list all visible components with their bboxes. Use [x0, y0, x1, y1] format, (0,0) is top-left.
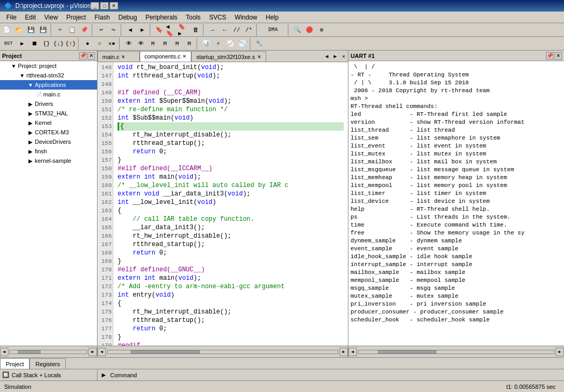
step-out-button[interactable]: {↑} — [65, 38, 76, 50]
tree-item-applications[interactable]: ▼ Applications — [0, 80, 97, 90]
sep9 — [119, 38, 121, 50]
menu-item-debug[interactable]: Debug — [114, 13, 141, 22]
save-button[interactable]: 💾 — [25, 24, 37, 36]
menu-item-file[interactable]: File — [2, 13, 21, 22]
tree-item-stm32hal[interactable]: ▶ STM32_HAL — [0, 109, 97, 118]
close-button[interactable]: ✕ — [110, 2, 118, 9]
menu-item-help[interactable]: Help — [261, 13, 283, 22]
menu-item-project[interactable]: Project — [62, 13, 90, 22]
open-button[interactable]: 📂 — [13, 24, 25, 36]
tree-item-rtthread[interactable]: ▼ rtthread-stm32 — [0, 71, 97, 80]
run-button[interactable]: ▶ — [16, 38, 28, 50]
nav-back-button[interactable]: ◀ — [124, 24, 136, 36]
minimize-button[interactable]: _ — [91, 2, 99, 9]
tab-scroll-right[interactable]: ▶ — [331, 51, 339, 62]
code-editor[interactable]: void rt_hw_board_init(void);int rtthread… — [113, 62, 348, 346]
bookmark-next-button[interactable]: 🔖▶ — [178, 24, 189, 36]
uart-scroll-track[interactable] — [358, 350, 555, 354]
scroll-right-button[interactable]: ▶ — [89, 348, 97, 356]
code-content[interactable]: 146147148149150 151152153154155 15615715… — [98, 62, 348, 346]
tree-item-finsh[interactable]: ▶ finsh — [0, 146, 97, 156]
coverage-button[interactable]: 📉 — [237, 38, 248, 50]
step-over-button[interactable]: {} — [41, 38, 52, 50]
uncomment-button[interactable]: /* — [243, 24, 255, 36]
memory3-button[interactable]: M — [171, 38, 183, 50]
uart-scroll-right[interactable]: ▶ — [556, 348, 564, 356]
tab-startup-close[interactable]: ✕ — [257, 54, 261, 60]
tab-mainc-close[interactable]: ✕ — [121, 54, 125, 60]
cut-button[interactable]: ✂ — [54, 24, 66, 36]
paste-button[interactable]: 📌 — [79, 24, 90, 36]
menu-item-window[interactable]: Window — [230, 13, 261, 22]
project-close-button[interactable]: ✕ — [87, 52, 95, 60]
menu-item-svcs[interactable]: SVCS — [205, 13, 231, 22]
tree-item-kernel[interactable]: ▶ Kernel — [0, 118, 97, 128]
breakpoint-clear-button[interactable]: ✕● — [106, 38, 118, 50]
search-button[interactable]: 🔍 — [291, 24, 303, 36]
tree-item-project[interactable]: ▼ Project: project — [0, 61, 97, 71]
tab-mainc[interactable]: main.c ✕ — [98, 51, 140, 62]
tab-startup[interactable]: startup_stm32f103xe.s ✕ — [191, 51, 266, 62]
tree-item-drivers[interactable]: ▶ Drivers — [0, 99, 97, 109]
settings-button[interactable]: ⚙ — [316, 24, 327, 36]
scroll-left-button[interactable]: ◀ — [0, 348, 8, 356]
dma-button[interactable]: DMA — [260, 24, 286, 36]
logic-button[interactable]: ⚡ — [212, 38, 224, 50]
tree-item-mainc[interactable]: 📄 main.c — [0, 90, 97, 99]
editor-scroll-right[interactable]: ▶ — [339, 348, 348, 356]
memory1-button[interactable]: M — [147, 38, 159, 50]
bookmark-button[interactable]: 🔖 — [153, 24, 165, 36]
tab-componentsc[interactable]: components.c ✕ — [140, 51, 191, 62]
rst-button[interactable]: RST — [1, 38, 16, 50]
project-tab[interactable]: Project — [0, 358, 30, 369]
menu-item-view[interactable]: View — [40, 13, 62, 22]
tree-item-devdrivers[interactable]: ▶ DeviceDrivers — [0, 137, 97, 146]
watch2-button[interactable]: 👁 — [135, 38, 147, 50]
memory4-button[interactable]: M — [183, 38, 195, 50]
bookmark-clear-button[interactable]: 🗑 — [190, 24, 201, 36]
menu-item-tools[interactable]: Tools — [182, 13, 205, 22]
scroll-track[interactable] — [9, 350, 87, 354]
uart-pin-button[interactable]: 📌 — [546, 52, 553, 60]
tab-close-all[interactable]: ✕ — [339, 51, 348, 62]
editor-scroll-track[interactable] — [107, 350, 338, 354]
debug-button[interactable]: 🔴 — [304, 24, 315, 36]
nav-fwd-button[interactable]: ▶ — [137, 24, 148, 36]
memory2-button[interactable]: M — [159, 38, 171, 50]
maximize-button[interactable]: □ — [100, 2, 109, 9]
editor-scroll-left[interactable]: ◀ — [98, 348, 106, 356]
project-pin-button[interactable]: 📌 — [79, 52, 86, 60]
watch1-button[interactable]: 👁 — [123, 38, 134, 50]
registers-tab[interactable]: Registers — [30, 358, 65, 369]
redo-button[interactable]: ↪ — [108, 24, 119, 36]
tree-item-kernelsample[interactable]: ▶ kernel-sample — [0, 156, 97, 165]
command-area[interactable]: ▶ Command — [98, 369, 564, 381]
tab-scroll-left[interactable]: ◀ — [323, 51, 331, 62]
menu-item-peripherals[interactable]: Peripherals — [141, 13, 182, 22]
tree-item-cortexm3[interactable]: ▶ CORTEX-M3 — [0, 128, 97, 137]
new-button[interactable]: 📄 — [1, 24, 13, 36]
stop-button[interactable]: ⏹ — [28, 38, 40, 50]
bookmark-prev-button[interactable]: ◀🔖 — [166, 24, 177, 36]
menu-item-flash[interactable]: Flash — [90, 13, 114, 22]
tab-componentsc-close[interactable]: ✕ — [182, 54, 187, 59]
trace-button[interactable]: 📈 — [225, 38, 236, 50]
undo-button[interactable]: ↩ — [95, 24, 107, 36]
tools-button[interactable]: 🔧 — [254, 38, 265, 50]
uart-close-button[interactable]: ✕ — [555, 52, 562, 60]
step-into-button[interactable]: {↓} — [53, 38, 64, 50]
copy-button[interactable]: 📋 — [66, 24, 78, 36]
breakpoint-button[interactable]: ● — [82, 38, 93, 50]
comment-button[interactable]: // — [231, 24, 242, 36]
save-all-button[interactable]: 💾 — [37, 24, 49, 36]
unindent-button[interactable]: ← — [219, 24, 230, 36]
indent-button[interactable]: → — [207, 24, 218, 36]
perf-button[interactable]: 📊 — [200, 38, 212, 50]
callstack-area[interactable]: 🔲 Call Stack + Locals — [0, 369, 98, 381]
menu-item-edit[interactable]: Edit — [21, 13, 40, 22]
uart-content[interactable]: \ | / - RT - Thread Operating System / |… — [348, 61, 564, 346]
uart-scroll-left[interactable]: ◀ — [348, 348, 357, 356]
command-input[interactable] — [141, 371, 562, 379]
uart-scrollbar: ◀ ▶ — [348, 346, 564, 357]
breakpoint-disable-button[interactable]: ○ — [94, 38, 105, 50]
